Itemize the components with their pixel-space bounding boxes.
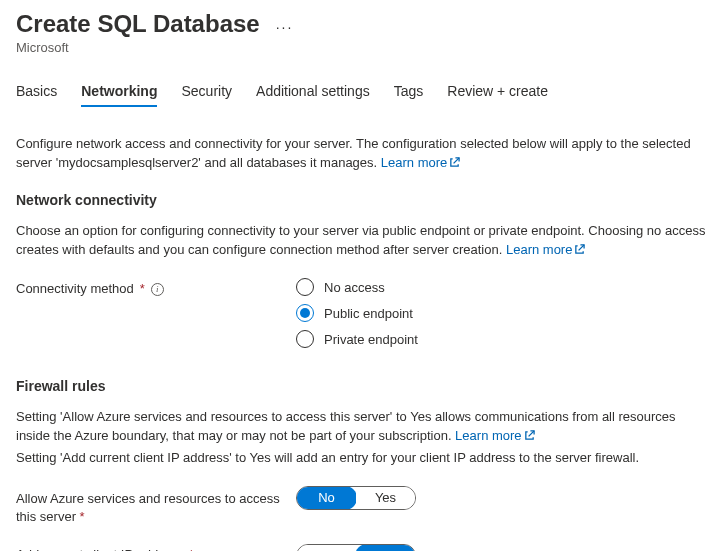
toggle-yes[interactable]: Yes [356, 487, 415, 509]
firewall-desc-1: Setting 'Allow Azure services and resour… [16, 408, 706, 447]
required-indicator: * [189, 546, 194, 551]
radio-icon [296, 278, 314, 296]
network-learn-more-link[interactable]: Learn more [506, 242, 585, 257]
toggle-no[interactable]: No [297, 545, 356, 551]
tab-basics[interactable]: Basics [16, 83, 57, 107]
firewall-desc-2: Setting 'Add current client IP address' … [16, 449, 706, 468]
radio-public-endpoint[interactable]: Public endpoint [296, 304, 418, 322]
tab-security[interactable]: Security [181, 83, 232, 107]
connectivity-radio-group: No access Public endpoint Private endpoi… [296, 278, 418, 348]
toggle-no[interactable]: No [296, 486, 357, 510]
info-icon[interactable]: i [151, 283, 164, 296]
page-title: Create SQL Database [16, 10, 260, 38]
tab-review-create[interactable]: Review + create [447, 83, 548, 107]
external-link-icon [574, 242, 585, 261]
firewall-rules-heading: Firewall rules [16, 378, 706, 394]
add-client-ip-toggle[interactable]: No Yes [296, 544, 416, 551]
radio-icon [296, 304, 314, 322]
radio-private-endpoint[interactable]: Private endpoint [296, 330, 418, 348]
radio-no-access[interactable]: No access [296, 278, 418, 296]
tab-bar: Basics Networking Security Additional se… [16, 83, 706, 107]
network-desc: Choose an option for configuring connect… [16, 222, 706, 261]
more-actions-button[interactable]: ··· [276, 19, 294, 35]
required-indicator: * [140, 280, 145, 298]
firewall-learn-more-link[interactable]: Learn more [455, 428, 534, 443]
connectivity-method-label: Connectivity method * i [16, 278, 296, 298]
add-client-ip-label: Add current client IP address * [16, 544, 296, 551]
intro-learn-more-link[interactable]: Learn more [381, 155, 460, 170]
allow-azure-label: Allow Azure services and resources to ac… [16, 486, 296, 526]
external-link-icon [449, 155, 460, 174]
publisher-label: Microsoft [16, 40, 706, 55]
radio-icon [296, 330, 314, 348]
tab-networking[interactable]: Networking [81, 83, 157, 107]
external-link-icon [524, 428, 535, 447]
required-indicator: * [80, 509, 85, 524]
intro-text: Configure network access and connectivit… [16, 135, 706, 174]
network-connectivity-heading: Network connectivity [16, 192, 706, 208]
toggle-yes[interactable]: Yes [355, 544, 416, 551]
allow-azure-toggle[interactable]: No Yes [296, 486, 416, 510]
tab-additional-settings[interactable]: Additional settings [256, 83, 370, 107]
tab-tags[interactable]: Tags [394, 83, 424, 107]
